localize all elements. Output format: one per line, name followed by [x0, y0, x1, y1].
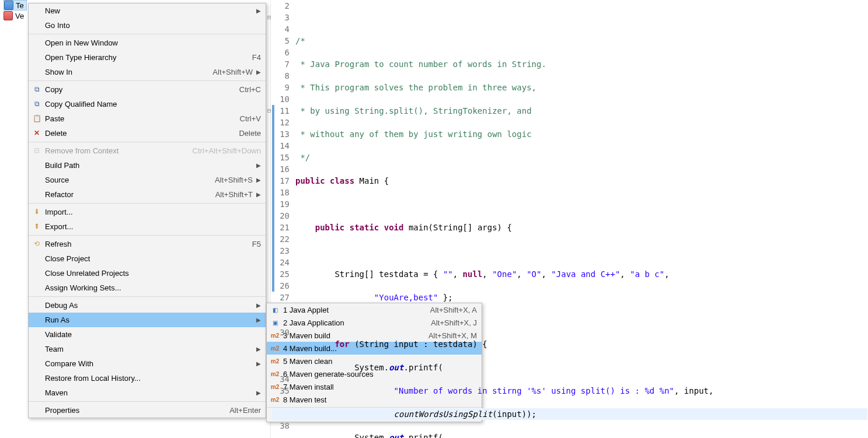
menu-import[interactable]: ⬇Import...	[29, 205, 266, 219]
tree-item[interactable]: Ve	[4, 10, 27, 21]
change-marker	[272, 105, 274, 292]
line-number: 17	[272, 175, 290, 187]
line-number	[272, 338, 290, 350]
menu-delete[interactable]: ✕DeleteDelete	[29, 126, 266, 141]
line-number: 7	[272, 58, 290, 70]
menu-close-unrelated[interactable]: Close Unrelated Projects	[29, 266, 266, 281]
line-number: ⊟11	[272, 105, 290, 117]
menu-separator	[29, 235, 266, 236]
copy-icon: ⧉	[32, 85, 41, 94]
menu-separator	[29, 80, 266, 81]
menu-separator	[29, 296, 266, 297]
code-line	[295, 198, 868, 210]
menu-separator	[29, 142, 266, 142]
line-number	[272, 362, 290, 373]
menu-refactor[interactable]: RefactorAlt+Shift+T▶	[29, 187, 266, 202]
paste-icon: 📋	[32, 114, 41, 123]
menu-maven[interactable]: Maven▶	[29, 386, 266, 400]
code-line: * This program solves the problem in thr…	[295, 82, 868, 93]
menu-run-as[interactable]: Run As▶	[29, 313, 266, 327]
line-number: 25	[272, 268, 290, 280]
menu-properties[interactable]: PropertiesAlt+Enter	[29, 403, 266, 418]
line-number: 14	[272, 140, 290, 152]
menu-refresh[interactable]: ⟲RefreshF5	[29, 237, 266, 251]
code-line: "YouAre,best" };	[295, 292, 868, 303]
line-number: 22	[272, 233, 290, 245]
line-number: 10	[272, 93, 290, 105]
menu-validate[interactable]: Validate	[29, 327, 266, 342]
line-number: 18	[272, 187, 290, 198]
tree-item-selected[interactable]: Te	[4, 0, 27, 10]
menu-paste[interactable]: 📋PasteCtrl+V	[29, 111, 266, 126]
fold-icon[interactable]: ⊟	[267, 105, 271, 117]
code-line: /*	[295, 35, 868, 47]
project-explorer[interactable]: Te Ve	[4, 0, 27, 21]
line-number: 19	[272, 198, 290, 210]
submenu-arrow-icon: ▶	[256, 302, 261, 309]
line-number: 30	[272, 327, 290, 338]
code-line: System.out.printf(	[295, 432, 868, 438]
code-line: "Number of words in stirng '%s' using sp…	[295, 385, 868, 397]
menu-open-hierarchy[interactable]: Open Type HierarchyF4	[29, 50, 266, 65]
line-number: 8	[272, 70, 290, 82]
code-line: * without any of them by just writing ow…	[295, 128, 868, 140]
submenu-arrow-icon: ▶	[256, 177, 261, 183]
tree-label: Ve	[15, 12, 24, 20]
line-number	[272, 315, 290, 327]
menu-debug-as[interactable]: Debug As▶	[29, 298, 266, 313]
menu-compare[interactable]: Compare With▶	[29, 356, 266, 371]
code-line: public static void main(String[] args) {	[295, 222, 868, 233]
context-menu: New▶ Go Into Open in New Window Open Typ…	[28, 3, 266, 418]
fold-icon[interactable]: ⊟	[267, 12, 271, 23]
menu-source[interactable]: SourceAlt+Shift+S▶	[29, 173, 266, 187]
code-line: System.out.printf(	[295, 362, 868, 373]
line-number: 20	[272, 210, 290, 222]
line-number: ⊟3	[272, 12, 290, 23]
line-number: 12	[272, 117, 290, 128]
menu-export[interactable]: ⬆Export...	[29, 219, 266, 234]
submenu-arrow-icon: ▶	[256, 346, 261, 352]
line-number: 27	[272, 292, 290, 303]
code-line: public class Main {	[295, 175, 868, 187]
code-editor[interactable]: /* * Java Program to count number of wor…	[295, 0, 868, 438]
code-line-current: countWordsUsingSplit(input));	[272, 408, 867, 420]
line-number-gutter: 2 ⊟3 4 5 6 7 8 9 10 ⊟11 12 13 14 15 16 1…	[272, 0, 293, 432]
menu-show-in[interactable]: Show InAlt+Shift+W▶	[29, 65, 266, 79]
line-number: 38	[272, 420, 290, 432]
remove-icon: ⊟	[32, 146, 41, 155]
code-line: * Java Program to count number of words …	[295, 58, 868, 70]
line-number: 15	[272, 152, 290, 163]
line-number: 2	[272, 0, 290, 12]
java-project-icon	[4, 1, 13, 10]
menu-go-into[interactable]: Go Into	[29, 18, 266, 33]
menu-close-project[interactable]: Close Project	[29, 251, 266, 266]
menu-copy-qn[interactable]: ⧉Copy Qualified Name	[29, 97, 266, 111]
line-number: 9	[272, 82, 290, 93]
code-line: String[] testdata = { "", null, "One", "…	[295, 268, 868, 280]
line-number	[272, 350, 290, 362]
menu-assign-ws[interactable]: Assign Working Sets...	[29, 281, 266, 295]
refresh-icon: ⟲	[32, 239, 41, 248]
copy-qualified-icon: ⧉	[32, 99, 41, 108]
line-number: 21	[272, 222, 290, 233]
line-number	[272, 303, 290, 315]
submenu-arrow-icon: ▶	[256, 69, 261, 75]
line-number: 4	[272, 23, 290, 35]
code-line	[295, 12, 868, 23]
menu-new[interactable]: New▶	[29, 3, 266, 18]
menu-build-path[interactable]: Build Path▶	[29, 158, 266, 173]
line-number: 35	[272, 385, 290, 397]
line-number: 13	[272, 128, 290, 140]
project-icon	[4, 11, 13, 20]
menu-restore-history[interactable]: Restore from Local History...	[29, 371, 266, 386]
code-line: for (String input : testdata) {	[295, 338, 868, 350]
menu-team[interactable]: Team▶	[29, 342, 266, 356]
line-number	[272, 397, 290, 408]
menu-open-window[interactable]: Open in New Window	[29, 36, 266, 50]
code-line: */	[295, 152, 868, 163]
code-line: * by using String.split(), StringTokeniz…	[295, 105, 868, 117]
menu-copy[interactable]: ⧉CopyCtrl+C	[29, 82, 266, 97]
delete-icon: ✕	[32, 128, 41, 138]
menu-separator	[29, 203, 266, 204]
line-number: 23	[272, 245, 290, 257]
